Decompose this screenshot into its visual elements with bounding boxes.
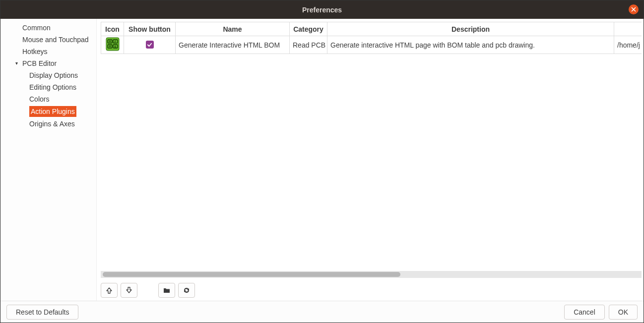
cancel-button[interactable]: Cancel: [564, 305, 605, 320]
dialog-footer: Reset to Defaults Cancel OK: [0, 301, 644, 323]
header-show-button[interactable]: Show button: [124, 22, 176, 36]
ok-button[interactable]: OK: [609, 305, 638, 320]
svg-text:B: B: [114, 45, 117, 48]
plugins-table: Icon Show button Name Category Descripti…: [101, 22, 642, 54]
table-header-row: Icon Show button Name Category Descripti…: [101, 22, 642, 36]
horizontal-scrollbar[interactable]: [101, 271, 642, 278]
sidebar-item-editing-options[interactable]: Editing Options: [0, 81, 96, 93]
preferences-sidebar: Common Mouse and Touchpad Hotkeys ▾PCB E…: [0, 19, 97, 301]
reset-defaults-button[interactable]: Reset to Defaults: [6, 305, 78, 320]
sidebar-item-hotkeys[interactable]: Hotkeys: [0, 46, 96, 57]
checkmark-icon: [147, 42, 152, 48]
caret-down-icon: ▾: [12, 58, 20, 68]
sidebar-item-action-plugins[interactable]: Action Plugins: [0, 105, 96, 118]
plugin-description-cell: Generate interactive HTML page with BOM …: [327, 36, 614, 54]
plugins-table-wrapper: Icon Show button Name Category Descripti…: [101, 22, 642, 269]
close-button[interactable]: [629, 4, 639, 14]
move-up-button[interactable]: [101, 283, 118, 298]
header-path[interactable]: [614, 22, 642, 36]
plugin-name-cell: Generate Interactive HTML BOM: [176, 36, 290, 54]
sidebar-item-common[interactable]: Common: [0, 22, 96, 34]
sidebar-item-mouse-touchpad[interactable]: Mouse and Touchpad: [0, 34, 96, 46]
refresh-button[interactable]: [178, 283, 195, 298]
header-description[interactable]: Description: [327, 22, 614, 36]
open-folder-button[interactable]: [158, 283, 175, 298]
titlebar: Preferences: [0, 0, 644, 19]
plugin-path-cell: /home/j: [614, 36, 642, 54]
show-button-checkbox[interactable]: [146, 41, 154, 49]
sidebar-item-display-options[interactable]: Display Options: [0, 69, 96, 81]
move-down-button[interactable]: [121, 283, 137, 298]
arrow-down-icon: [125, 286, 133, 294]
arrow-up-icon: [105, 286, 113, 294]
main-area: Common Mouse and Touchpad Hotkeys ▾PCB E…: [0, 19, 644, 301]
svg-text:F: F: [114, 40, 116, 43]
sidebar-item-origins-axes[interactable]: Origins & Axes: [0, 118, 96, 130]
header-category[interactable]: Category: [290, 22, 327, 36]
ibom-plugin-icon: F B: [106, 37, 120, 51]
table-row[interactable]: F B: [101, 36, 642, 54]
folder-icon: [163, 286, 171, 294]
scrollbar-thumb[interactable]: [103, 272, 400, 277]
header-name[interactable]: Name: [176, 22, 290, 36]
sidebar-item-colors[interactable]: Colors: [0, 93, 96, 105]
header-icon[interactable]: Icon: [101, 22, 124, 36]
sidebar-item-pcb-editor[interactable]: ▾PCB Editor: [0, 57, 96, 69]
content-panel: Icon Show button Name Category Descripti…: [97, 19, 644, 301]
window-title: Preferences: [0, 6, 644, 14]
plugin-icon-cell: F B: [101, 36, 124, 54]
show-button-cell[interactable]: [124, 36, 176, 54]
refresh-icon: [183, 286, 191, 294]
plugin-category-cell: Read PCB: [290, 36, 327, 54]
close-icon: [631, 7, 636, 12]
table-toolbar: [101, 283, 642, 298]
